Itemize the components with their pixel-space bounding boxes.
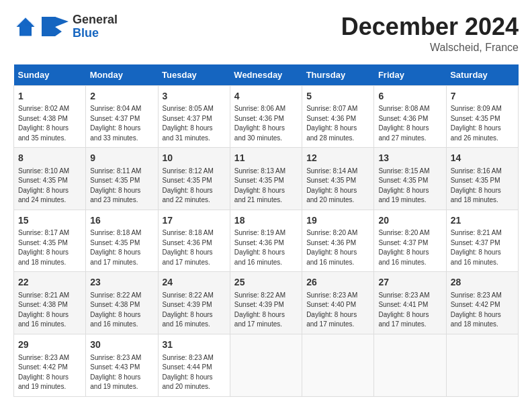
title-block: December 2024 Walscheid, France [341,13,519,54]
day-number: 12 [306,152,369,165]
calendar-cell: 15Sunrise: 8:17 AMSunset: 4:35 PMDayligh… [14,210,86,272]
calendar-cell: 3Sunrise: 8:05 AMSunset: 4:37 PMDaylight… [158,85,230,148]
calendar-cell: 21Sunrise: 8:21 AMSunset: 4:37 PMDayligh… [446,210,518,272]
location-label: Walscheid, France [341,42,519,54]
calendar-cell: 24Sunrise: 8:22 AMSunset: 4:39 PMDayligh… [158,272,230,334]
calendar-cell: 11Sunrise: 8:13 AMSunset: 4:35 PMDayligh… [230,148,302,210]
calendar-cell: 4Sunrise: 8:06 AMSunset: 4:36 PMDaylight… [230,85,302,148]
day-details: Sunrise: 8:22 AMSunset: 4:38 PMDaylight:… [90,291,153,330]
calendar-cell: 22Sunrise: 8:21 AMSunset: 4:38 PMDayligh… [14,272,86,334]
day-number: 17 [163,214,226,228]
day-number: 2 [90,90,153,103]
day-number: 5 [306,90,369,103]
calendar-cell: 31Sunrise: 8:23 AMSunset: 4:44 PMDayligh… [158,334,230,396]
page-header: General Blue December 2024 Walscheid, Fr… [13,13,519,54]
calendar-cell: 1Sunrise: 8:02 AMSunset: 4:38 PMDaylight… [14,85,86,148]
day-details: Sunrise: 8:06 AMSunset: 4:36 PMDaylight:… [234,104,298,143]
calendar-cell: 10Sunrise: 8:12 AMSunset: 4:35 PMDayligh… [158,148,230,210]
day-details: Sunrise: 8:13 AMSunset: 4:35 PMDaylight:… [234,167,298,205]
day-number: 6 [378,90,441,103]
day-details: Sunrise: 8:02 AMSunset: 4:38 PMDaylight:… [18,104,81,143]
day-details: Sunrise: 8:23 AMSunset: 4:41 PMDaylight:… [378,291,441,330]
calendar-cell [374,334,446,396]
month-title: December 2024 [341,13,519,40]
calendar-cell: 28Sunrise: 8:23 AMSunset: 4:42 PMDayligh… [446,272,518,334]
logo: General Blue [13,13,118,40]
col-header-monday: Monday [86,64,158,86]
day-number: 4 [234,90,298,103]
logo-label: General Blue [73,13,118,40]
day-details: Sunrise: 8:23 AMSunset: 4:40 PMDaylight:… [306,291,369,330]
day-number: 20 [378,214,441,228]
day-details: Sunrise: 8:23 AMSunset: 4:42 PMDaylight:… [18,353,81,392]
day-details: Sunrise: 8:22 AMSunset: 4:39 PMDaylight:… [234,291,298,330]
day-details: Sunrise: 8:05 AMSunset: 4:37 PMDaylight:… [163,104,226,143]
calendar-cell: 18Sunrise: 8:19 AMSunset: 4:36 PMDayligh… [230,210,302,272]
day-number: 27 [378,276,441,289]
day-number: 30 [90,338,153,352]
calendar-week-row: 29Sunrise: 8:23 AMSunset: 4:42 PMDayligh… [14,334,519,396]
logo-blue-text: Blue [73,26,99,40]
calendar-week-row: 8Sunrise: 8:10 AMSunset: 4:35 PMDaylight… [14,148,519,210]
logo-icon [13,15,38,39]
calendar-cell: 7Sunrise: 8:09 AMSunset: 4:35 PMDaylight… [446,85,518,148]
day-number: 13 [378,152,441,165]
day-number: 11 [234,152,298,165]
day-details: Sunrise: 8:18 AMSunset: 4:36 PMDaylight:… [163,228,226,267]
calendar-cell [230,334,302,396]
col-header-wednesday: Wednesday [230,64,302,86]
calendar-cell: 20Sunrise: 8:20 AMSunset: 4:37 PMDayligh… [374,210,446,272]
day-number: 8 [18,152,81,165]
calendar-cell: 25Sunrise: 8:22 AMSunset: 4:39 PMDayligh… [230,272,302,334]
day-details: Sunrise: 8:22 AMSunset: 4:39 PMDaylight:… [163,291,226,330]
day-details: Sunrise: 8:23 AMSunset: 4:42 PMDaylight:… [451,291,514,330]
day-details: Sunrise: 8:23 AMSunset: 4:44 PMDaylight:… [163,353,226,392]
calendar-cell: 16Sunrise: 8:18 AMSunset: 4:35 PMDayligh… [86,210,158,272]
calendar-week-row: 15Sunrise: 8:17 AMSunset: 4:35 PMDayligh… [14,210,519,272]
day-details: Sunrise: 8:09 AMSunset: 4:35 PMDaylight:… [451,104,514,143]
calendar-cell: 23Sunrise: 8:22 AMSunset: 4:38 PMDayligh… [86,272,158,334]
day-number: 25 [234,276,298,289]
calendar-cell: 8Sunrise: 8:10 AMSunset: 4:35 PMDaylight… [14,148,86,210]
day-details: Sunrise: 8:15 AMSunset: 4:35 PMDaylight:… [378,167,441,205]
day-number: 19 [306,214,369,228]
col-header-tuesday: Tuesday [158,64,230,86]
day-number: 14 [451,152,514,165]
day-details: Sunrise: 8:12 AMSunset: 4:35 PMDaylight:… [163,167,226,205]
calendar-cell: 9Sunrise: 8:11 AMSunset: 4:35 PMDaylight… [86,148,158,210]
day-number: 15 [18,214,81,228]
calendar-cell: 19Sunrise: 8:20 AMSunset: 4:36 PMDayligh… [302,210,374,272]
day-number: 26 [306,276,369,289]
day-number: 18 [234,214,298,228]
calendar-cell [302,334,374,396]
calendar-cell: 27Sunrise: 8:23 AMSunset: 4:41 PMDayligh… [374,272,446,334]
day-number: 9 [90,152,153,165]
calendar-cell: 2Sunrise: 8:04 AMSunset: 4:37 PMDaylight… [86,85,158,148]
calendar-cell: 26Sunrise: 8:23 AMSunset: 4:40 PMDayligh… [302,272,374,334]
calendar-cell: 12Sunrise: 8:14 AMSunset: 4:35 PMDayligh… [302,148,374,210]
day-details: Sunrise: 8:17 AMSunset: 4:35 PMDaylight:… [18,228,81,267]
day-details: Sunrise: 8:20 AMSunset: 4:37 PMDaylight:… [378,228,441,267]
col-header-sunday: Sunday [14,64,86,86]
day-number: 3 [163,90,226,103]
col-header-friday: Friday [374,64,446,86]
calendar-cell: 13Sunrise: 8:15 AMSunset: 4:35 PMDayligh… [374,148,446,210]
day-number: 10 [163,152,226,165]
col-header-thursday: Thursday [302,64,374,86]
calendar-cell [446,334,518,396]
calendar-cell: 6Sunrise: 8:08 AMSunset: 4:36 PMDaylight… [374,85,446,148]
calendar-table: SundayMondayTuesdayWednesdayThursdayFrid… [13,64,519,397]
day-details: Sunrise: 8:10 AMSunset: 4:35 PMDaylight:… [18,167,81,205]
day-details: Sunrise: 8:04 AMSunset: 4:37 PMDaylight:… [90,104,153,143]
day-details: Sunrise: 8:14 AMSunset: 4:35 PMDaylight:… [306,167,369,205]
day-details: Sunrise: 8:21 AMSunset: 4:38 PMDaylight:… [18,291,81,330]
calendar-cell: 5Sunrise: 8:07 AMSunset: 4:36 PMDaylight… [302,85,374,148]
day-number: 28 [451,276,514,289]
calendar-week-row: 1Sunrise: 8:02 AMSunset: 4:38 PMDaylight… [14,85,519,148]
day-number: 24 [163,276,226,289]
calendar-cell: 17Sunrise: 8:18 AMSunset: 4:36 PMDayligh… [158,210,230,272]
day-number: 7 [451,90,514,103]
day-number: 22 [18,276,81,289]
day-details: Sunrise: 8:08 AMSunset: 4:36 PMDaylight:… [378,104,441,143]
day-details: Sunrise: 8:16 AMSunset: 4:35 PMDaylight:… [451,167,514,205]
